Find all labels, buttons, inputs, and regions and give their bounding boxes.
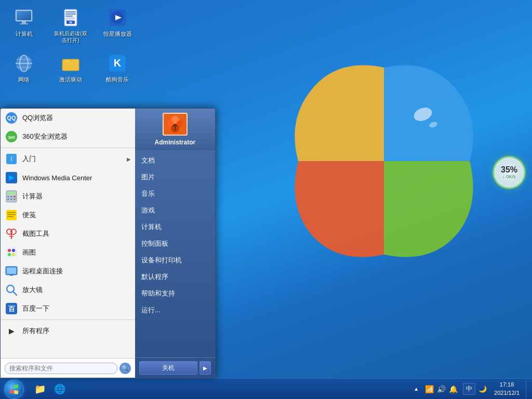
svg-text:i: i <box>11 155 12 163</box>
svg-rect-44 <box>7 214 16 215</box>
svg-rect-56 <box>7 268 16 274</box>
desktop: 计算机 W 装机后必读(双击打开) <box>0 0 532 399</box>
menu-item-computer-right[interactable]: 计算机 <box>135 219 215 235</box>
menu-item-magnifier[interactable]: 放大镜 <box>1 281 135 299</box>
baidu-icon: 百 <box>5 302 18 315</box>
search-input[interactable] <box>5 363 117 374</box>
menu-item-games[interactable]: 游戏 <box>135 202 215 219</box>
shutdown-area: 关机 ▶ <box>135 357 215 378</box>
shutdown-options-button[interactable]: ▶ <box>200 361 211 375</box>
svg-point-52 <box>12 249 15 252</box>
paint-icon <box>5 246 18 259</box>
menu-item-calculator[interactable]: 计算器 <box>1 187 135 206</box>
user-avatar[interactable] <box>163 113 188 136</box>
svg-rect-10 <box>65 16 73 17</box>
start-menu-left-items: QQ QQ浏览器 360 360安全浏览器 <box>1 109 135 358</box>
search-button[interactable]: 🔍 <box>119 363 131 374</box>
svg-rect-41 <box>14 198 16 200</box>
desktop-icon-driver[interactable]: 激活驱动 <box>52 51 89 85</box>
menu-item-qq-browser[interactable]: QQ QQ浏览器 <box>1 109 135 127</box>
calculator-icon <box>5 190 18 203</box>
tray-moon-icon[interactable]: 🌙 <box>477 384 488 394</box>
menu-item-snipping[interactable]: 截图工具 <box>1 224 135 243</box>
snipping-icon <box>5 227 18 241</box>
tray-volume-icon[interactable]: 🔊 <box>436 384 447 394</box>
svg-point-58 <box>7 285 14 292</box>
menu-item-notepad[interactable]: 便笺 <box>1 206 135 224</box>
show-desktop-button[interactable] <box>526 379 530 399</box>
menu-item-intro[interactable]: i 入门 ▶ <box>1 150 135 168</box>
svg-rect-6 <box>20 23 28 24</box>
svg-text:K: K <box>114 57 122 69</box>
arrow-icon: ▶ <box>127 156 131 162</box>
svg-rect-9 <box>65 14 76 15</box>
language-indicator[interactable]: 中 <box>463 383 475 395</box>
tray-network-icon[interactable]: 📶 <box>424 384 435 394</box>
svg-point-54 <box>12 253 15 256</box>
desktop-icon-qqmusic[interactable]: K 酷狗音乐 <box>99 51 136 85</box>
notepad-icon <box>5 208 18 222</box>
intro-icon: i <box>5 152 18 166</box>
svg-rect-5 <box>22 21 26 23</box>
360-browser-icon: 360 <box>5 130 18 143</box>
taskbar-right: ▲ 📶 🔊 🔔 中 🌙 17:18 2021/12/1 <box>410 379 532 399</box>
svg-rect-57 <box>10 275 13 276</box>
start-button[interactable] <box>0 379 28 400</box>
svg-rect-50 <box>6 247 17 258</box>
menu-item-control-panel[interactable]: 控制面板 <box>135 235 215 252</box>
menu-item-pictures[interactable]: 图片 <box>135 169 215 185</box>
svg-text:W: W <box>69 21 72 24</box>
svg-rect-38 <box>14 196 16 197</box>
menu-item-defaults[interactable]: 默认程序 <box>135 269 215 285</box>
start-search-bar: 🔍 <box>1 358 135 378</box>
desktop-icons-area: 计算机 W 装机后必读(双击打开) <box>5 5 140 85</box>
start-menu-right-panel: Administrator 文档 图片 音乐 游戏 计算机 <box>135 109 215 378</box>
menu-item-baidu[interactable]: 百 百度一下 <box>1 299 135 318</box>
menu-item-run[interactable]: 运行... <box>135 302 215 318</box>
menu-item-devices[interactable]: 设备和打印机 <box>135 252 215 269</box>
svg-rect-4 <box>17 11 31 20</box>
start-orb <box>4 379 24 399</box>
separator-2 <box>1 320 135 320</box>
menu-item-music[interactable]: 音乐 <box>135 185 215 202</box>
svg-text:QQ: QQ <box>7 115 16 121</box>
menu-item-360-browser[interactable]: 360 360安全浏览器 <box>1 127 135 146</box>
desktop-icon-network[interactable]: 网络 <box>5 51 43 85</box>
menu-item-paint[interactable]: 画图 <box>1 243 135 262</box>
menu-item-docs[interactable]: 文档 <box>135 152 215 169</box>
wmc-icon: ▶ <box>5 171 18 184</box>
clock[interactable]: 17:18 2021/12/1 <box>490 381 524 397</box>
svg-rect-43 <box>7 212 16 213</box>
system-tray: 📶 🔊 🔔 <box>422 384 461 394</box>
performance-widget[interactable]: 35% ↓ 0K/s <box>493 156 526 189</box>
menu-item-help[interactable]: 帮助和支持 <box>135 285 215 302</box>
qq-browser-icon: QQ <box>5 111 18 125</box>
right-menu-items: 文档 图片 音乐 游戏 计算机 控制面板 设备和打印机 <box>135 150 215 357</box>
svg-point-53 <box>8 253 11 256</box>
menu-item-rdp[interactable]: 远程桌面连接 <box>1 262 135 281</box>
magnifier-icon <box>5 283 18 297</box>
menu-item-wmc[interactable]: ▶ Windows Media Center <box>1 168 135 187</box>
svg-rect-8 <box>65 11 76 12</box>
tray-notification-icon[interactable]: 🔔 <box>448 384 459 394</box>
svg-point-51 <box>8 249 11 252</box>
programs-icon: ▶ <box>5 324 18 338</box>
svg-line-59 <box>14 292 17 295</box>
taskbar-explorer-button[interactable]: 📁 <box>30 381 50 397</box>
shutdown-button[interactable]: 关机 <box>139 361 197 375</box>
svg-text:360: 360 <box>8 135 15 140</box>
svg-rect-35 <box>7 192 16 195</box>
svg-rect-37 <box>10 196 12 197</box>
rdp-icon <box>5 264 18 278</box>
desktop-icon-computer[interactable]: 计算机 <box>5 5 43 46</box>
notification-expand-button[interactable]: ▲ <box>413 385 420 393</box>
taskbar: 📁 🌐 ▲ 📶 🔊 🔔 中 🌙 17:18 <box>0 378 532 399</box>
menu-item-all-programs[interactable]: ▶ 所有程序 <box>1 322 135 340</box>
taskbar-items: 📁 🌐 <box>28 379 410 399</box>
desktop-icon-media-player[interactable]: 恒星播放器 <box>99 5 136 46</box>
ie-icon: 🌐 <box>54 383 65 395</box>
svg-rect-40 <box>10 198 12 200</box>
desktop-icon-setup-guide[interactable]: W 装机后必读(双击打开) <box>52 5 89 46</box>
taskbar-ie-button[interactable]: 🌐 <box>50 381 70 397</box>
start-menu: QQ QQ浏览器 360 360安全浏览器 <box>0 108 216 378</box>
